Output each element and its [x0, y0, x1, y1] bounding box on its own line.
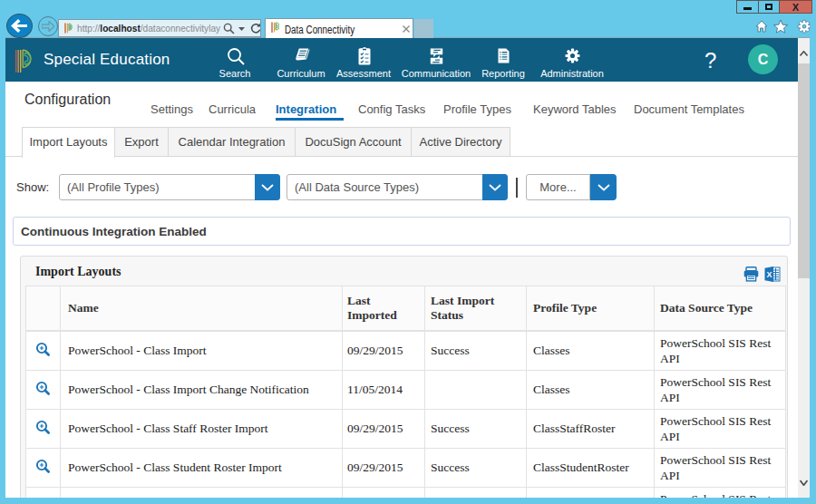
svg-text:X: X — [767, 270, 772, 279]
